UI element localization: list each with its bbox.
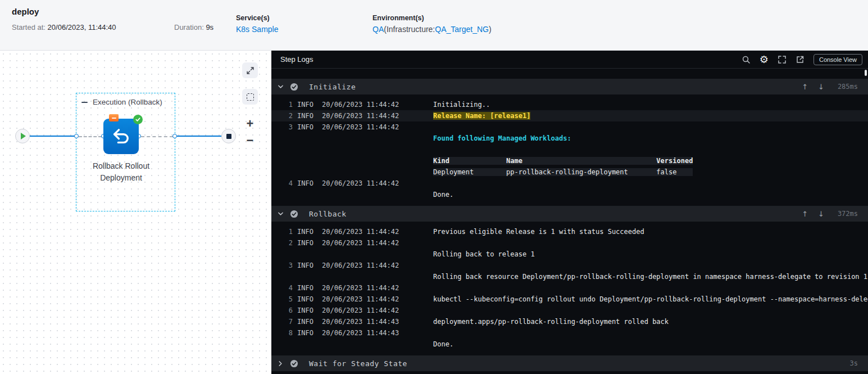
success-check-icon (133, 115, 143, 124)
chevron-down-icon[interactable] (277, 84, 284, 90)
console-title: Step Logs (280, 55, 313, 64)
edge-group-to-node (79, 136, 102, 137)
log-row: 3INFO20/06/2023 11:44:42 (271, 260, 868, 271)
log-row: Done. (271, 189, 868, 200)
log-section-wait-for-steady-state: Wait for Steady State3s (271, 355, 868, 371)
connector-dot (74, 134, 79, 138)
console-view-button[interactable]: Console View (814, 54, 862, 65)
log-row: Deployment pp-rollback-rolling-deploymen… (271, 166, 868, 178)
log-row: Done. (271, 339, 868, 350)
rollback-step-node[interactable] (103, 119, 139, 154)
log-section-rollback: Rollback↑↓372ms1INFO20/06/2023 11:44:42P… (271, 206, 868, 355)
services-label: Service(s) (236, 14, 278, 22)
connector-dot (172, 134, 177, 138)
edge-start-to-group (30, 136, 76, 137)
log-row: 1INFO20/06/2023 11:44:42Initializing.. (271, 99, 868, 110)
edge-group-to-end (175, 136, 221, 137)
zoom-to-fit-button[interactable] (242, 62, 258, 78)
log-row: 7INFO20/06/2023 11:44:43deployment.apps/… (271, 316, 868, 327)
log-section-title: Initialize (309, 83, 356, 91)
log-row: 4INFO20/06/2023 11:44:42 (271, 282, 868, 294)
log-section-title: Wait for Steady State (309, 359, 407, 368)
console-tools: ⚙ Console View (742, 54, 862, 65)
check-circle-icon (290, 359, 298, 368)
log-row: Kind Name Versioned (271, 155, 868, 166)
log-row: 6INFO20/06/2023 11:44:42 (271, 305, 868, 316)
log-row: 1INFO20/06/2023 11:44:42Previous eligibl… (271, 226, 868, 237)
log-row: 2INFO20/06/2023 11:44:42 (271, 237, 868, 249)
play-icon (21, 133, 26, 139)
log-row: 8INFO20/06/2023 11:44:43 (271, 327, 868, 339)
execution-header: deploy Started at: 20/06/2023, 11:44:40 … (0, 0, 868, 51)
pipeline-start-node[interactable] (15, 129, 30, 143)
duration: Duration: 9s (174, 23, 213, 31)
started-at: Started at: 20/06/2023, 11:44:40 (12, 23, 116, 31)
environments-label: Environment(s) (372, 14, 492, 22)
log-row: 3INFO20/06/2023 11:44:42 (271, 121, 868, 133)
log-section-header-rollback[interactable]: Rollback↑↓372ms (271, 206, 868, 222)
log-body-initialize: 1INFO20/06/2023 11:44:42Initializing..2I… (271, 94, 868, 206)
log-scroll-area[interactable]: Initialize↑↓285ms1INFO20/06/2023 11:44:4… (271, 69, 868, 374)
scroll-to-top-icon[interactable]: ↑ (802, 83, 808, 91)
edge-node-to-group (141, 136, 173, 137)
scroll-to-top-icon[interactable]: ↑ (802, 210, 808, 218)
fullscreen-icon[interactable] (778, 55, 787, 64)
open-in-new-icon[interactable] (796, 55, 805, 64)
execution-group-label-row: Execution (Rollback) (80, 98, 162, 106)
log-row: 4INFO20/06/2023 11:44:42 (271, 178, 868, 189)
section-duration: 3s (834, 359, 858, 367)
log-section-header-initialize[interactable]: Initialize↑↓285ms (271, 79, 868, 94)
pipeline-diagram-canvas[interactable]: Execution (Rollback) (0, 51, 271, 374)
service-link[interactable]: K8s Sample (236, 25, 278, 34)
log-section-header-wait-for-steady-state[interactable]: Wait for Steady State3s (271, 355, 868, 371)
pipeline-name: deploy (12, 7, 39, 16)
zoom-out-button[interactable]: − (242, 134, 258, 147)
log-row (271, 144, 868, 155)
chevron-right-icon[interactable] (277, 361, 284, 367)
log-row: Rolling back resource Deployment/pp-roll… (271, 271, 868, 282)
expand-icon (246, 66, 255, 75)
scrollbar-thumb[interactable] (865, 70, 867, 76)
gear-icon[interactable]: ⚙ (760, 55, 769, 65)
environments-block: Environment(s) QA(Infrastructure:QA_Targ… (372, 14, 492, 34)
infrastructure-prefix: (Infrastructure: (384, 25, 435, 34)
zoom-in-button[interactable]: + (242, 117, 258, 130)
selection-box-icon (247, 93, 254, 101)
log-row: Found following Managed Workloads: (271, 133, 868, 144)
collapse-group-button[interactable] (80, 98, 88, 106)
pipeline-execution-page: deploy Started at: 20/06/2023, 11:44:40 … (0, 0, 868, 374)
stop-icon (226, 134, 231, 139)
infrastructure-suffix: ) (489, 25, 492, 34)
section-duration: 372ms (834, 210, 858, 218)
scroll-to-bottom-icon[interactable]: ↓ (818, 83, 824, 91)
selection-mode-button[interactable] (242, 89, 258, 105)
environment-link[interactable]: QA (372, 25, 384, 34)
log-row: 5INFO20/06/2023 11:44:42kubectl --kubeco… (271, 294, 868, 305)
log-section-title: Rollback (309, 210, 347, 218)
search-icon[interactable] (742, 55, 751, 64)
log-row: Rolling back to release 1 (271, 249, 868, 260)
infrastructure-link[interactable]: QA_Target_NG (435, 25, 489, 34)
check-circle-icon (290, 210, 298, 218)
chevron-down-icon[interactable] (277, 211, 284, 217)
step-logs-console: Step Logs ⚙ Console View Initialize (271, 51, 868, 374)
package-icon (109, 114, 119, 121)
execution-group-label: Execution (Rollback) (93, 98, 162, 106)
log-section-initialize: Initialize↑↓285ms1INFO20/06/2023 11:44:4… (271, 79, 868, 206)
log-body-rollback: 1INFO20/06/2023 11:44:42Previous eligibl… (271, 222, 868, 355)
log-row: 2INFO20/06/2023 11:44:42Release Name: [r… (271, 110, 868, 121)
log-sections: Initialize↑↓285ms1INFO20/06/2023 11:44:4… (271, 79, 868, 371)
rollback-arrow-icon (111, 125, 131, 148)
section-duration: 285ms (834, 83, 858, 91)
console-header: Step Logs ⚙ Console View (271, 51, 868, 69)
services-block: Service(s) K8s Sample (236, 14, 278, 34)
pipeline-end-node[interactable] (221, 129, 236, 143)
check-circle-icon (290, 83, 298, 91)
scroll-to-bottom-icon[interactable]: ↓ (818, 210, 824, 218)
step-node-label: Rollback Rollout Deployment (76, 160, 166, 184)
